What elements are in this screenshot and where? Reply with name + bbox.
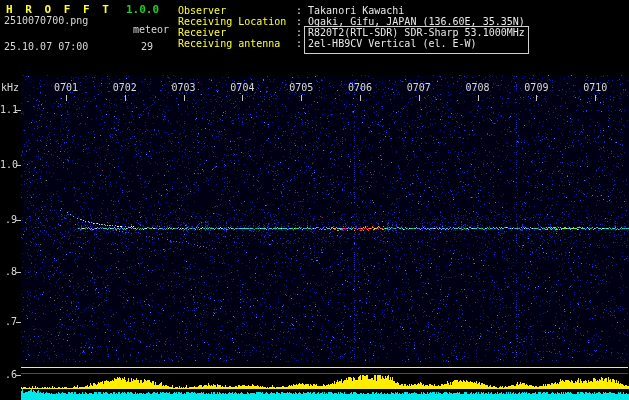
hrofft-output-image: H R O F F T 1.0.0 2510070700.png meteor …	[0, 0, 629, 400]
mode-label: meteor	[133, 24, 169, 35]
app-version: 1.0.0	[126, 3, 159, 16]
info-label-observer: Observer	[178, 5, 296, 16]
info-row-observer: Observer:Takanori Kawachi	[178, 5, 525, 16]
info-value-observer: Takanori Kawachi	[302, 5, 404, 16]
observation-datetime: 25.10.07 07:00	[4, 41, 88, 52]
output-filename: 2510070700.png	[4, 15, 88, 26]
freq-axis-unit-label: kHz	[1, 83, 19, 93]
info-label-antenna: Receiving antenna	[178, 38, 296, 49]
spectrogram-canvas	[0, 0, 629, 400]
receiver-info-frame	[304, 26, 529, 54]
echo-count: 29	[141, 41, 153, 52]
info-label-location: Receiving Location	[178, 16, 296, 27]
info-label-receiver: Receiver	[178, 27, 296, 38]
